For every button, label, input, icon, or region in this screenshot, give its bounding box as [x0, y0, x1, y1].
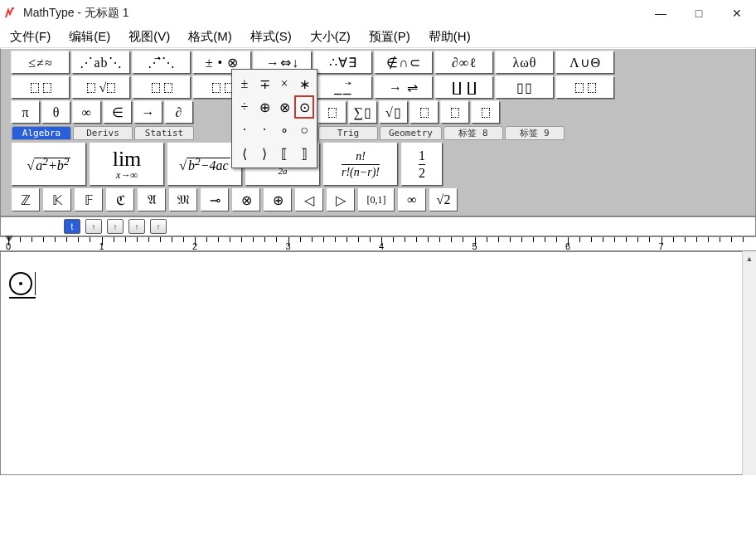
close-button[interactable]: ✕ [718, 0, 756, 27]
tab-derivs[interactable]: Derivs [73, 126, 133, 140]
symbol-box1[interactable] [318, 101, 346, 124]
maximize-button[interactable]: □ [680, 0, 718, 27]
palette-spaces[interactable]: ⋰ab⋱ [72, 51, 130, 74]
palette-label: ≤≠≈ [28, 56, 52, 70]
palette-boxes[interactable] [556, 76, 614, 99]
palette-labeled-arrows[interactable]: → ⇌ [375, 76, 433, 99]
popup-langle[interactable]: ⟨ [235, 142, 254, 165]
size-btn-5[interactable]: ↑ [150, 219, 167, 234]
sym-ff[interactable]: 𝔽 [75, 188, 103, 211]
symbol-box2[interactable] [410, 101, 439, 124]
palette-row-3: π θ ∞ ∈ → ∂ [▯] {▯} ∑▯ √▯ [3, 101, 753, 124]
popup-divide[interactable]: ÷ [235, 95, 254, 119]
symbol-sum[interactable]: ∑▯ [349, 101, 377, 124]
menu-format[interactable]: 格式(M) [180, 27, 240, 46]
sym-sqrt2[interactable]: √2 [429, 188, 458, 211]
sym-infinity[interactable]: ∞ [398, 188, 426, 211]
symbol-box4[interactable] [472, 101, 500, 124]
tab-algebra[interactable]: Algebra [12, 126, 71, 140]
menu-preset[interactable]: 预置(P) [361, 27, 419, 46]
palette-logic[interactable]: ∴∀∃ [314, 51, 372, 74]
palette-relations[interactable]: ≤≠≈ [12, 51, 70, 74]
sym-kk[interactable]: 𝕂 [43, 188, 71, 211]
ruler[interactable]: 01234567 [0, 236, 756, 251]
popup-oplus[interactable]: ⊕ [254, 95, 274, 119]
sym-oplus[interactable]: ⊕ [264, 188, 292, 211]
palette-fractions[interactable]: √ [72, 76, 130, 99]
symbol-partial[interactable]: ∂ [165, 101, 193, 124]
palette-embellishments[interactable]: ⋰⃗⋱ [133, 51, 191, 74]
symbol-theta[interactable]: θ [42, 101, 70, 124]
tab-trig[interactable]: Trig [318, 126, 378, 140]
symbol-arrow-right[interactable]: → [134, 101, 162, 124]
palette-greek-lower[interactable]: λωθ [496, 51, 554, 74]
palette-products[interactable]: ∐ ∐ [435, 76, 493, 99]
vertical-scrollbar[interactable]: ▲ [742, 251, 756, 475]
popup-times[interactable]: × [274, 72, 294, 95]
menu-view[interactable]: 视图(V) [120, 27, 178, 46]
tpl-limit[interactable]: lim x→∞ [90, 143, 164, 186]
popup-minusplus[interactable]: ∓ [254, 72, 274, 95]
popup-cdot[interactable]: · [235, 119, 254, 142]
menu-help[interactable]: 帮助(H) [420, 27, 479, 46]
tab-geometry[interactable]: Geometry [380, 126, 442, 140]
symbol-pi[interactable]: π [12, 101, 40, 124]
symbol-palette-area: ≤≠≈ ⋰ab⋱ ⋰⃗⋱ ± • ⊗ →⇔↓ ∴∀∃ ∉∩⊂ ∂∞ℓ λωθ Λ… [0, 48, 756, 216]
placeholder-icon [328, 108, 337, 118]
popup-ast[interactable]: ∗ [294, 72, 314, 95]
scroll-up-icon[interactable]: ▲ [743, 251, 757, 265]
popup-odot[interactable]: ⊙ [294, 95, 314, 119]
popup-rangle[interactable]: ⟩ [254, 142, 274, 165]
palette-set-theory[interactable]: ∉∩⊂ [375, 51, 433, 74]
size-btn-1[interactable]: t [64, 219, 80, 234]
symbol-box3[interactable] [441, 101, 469, 124]
tab-statist[interactable]: Statist [134, 126, 194, 140]
menu-file[interactable]: 文件(F) [2, 27, 59, 46]
size-btn-3[interactable]: ↑ [107, 219, 124, 234]
menu-edit[interactable]: 编辑(E) [61, 27, 119, 46]
size-btn-4[interactable]: ↑ [128, 219, 145, 234]
equation-canvas[interactable] [0, 251, 756, 475]
sym-otimes[interactable]: ⊗ [232, 188, 260, 211]
size-btn-2[interactable]: ↑ [85, 219, 102, 234]
palette-fences[interactable] [12, 76, 70, 99]
sym-lollipop[interactable]: ⊸ [201, 188, 229, 211]
minimize-button[interactable]: — [642, 0, 680, 27]
symbol-sqrt[interactable]: √▯ [380, 101, 408, 124]
sym-aa[interactable]: 𝔄 [138, 188, 166, 211]
popup-ring[interactable]: ∘ [274, 119, 294, 142]
palette-matrices[interactable]: ▯▯ [496, 76, 554, 99]
palette-label: ⋰ab⋱ [80, 55, 122, 70]
canvas-wrap: ▲ [0, 251, 756, 475]
palette-overbars[interactable]: ⎯⎯⃗ [314, 76, 372, 99]
tab-custom-9[interactable]: 标签 9 [505, 126, 565, 140]
popup-lbracket[interactable]: ⟦ [274, 142, 294, 165]
symbol-label: ∑▯ [354, 104, 372, 120]
sym-mm[interactable]: 𝔐 [169, 188, 197, 211]
sym-zz[interactable]: ℤ [12, 188, 40, 211]
popup-plusminus[interactable]: ± [235, 72, 254, 95]
tab-custom-8[interactable]: 标签 8 [443, 126, 503, 140]
menu-bar: 文件(F) 编辑(E) 视图(V) 格式(M) 样式(S) 大小(Z) 预置(P… [0, 27, 756, 48]
popup-rbracket[interactable]: ⟧ [294, 142, 314, 165]
tpl-half[interactable]: 12 [401, 143, 443, 186]
sym-lefttri[interactable]: ◁ [295, 188, 323, 211]
equation-slot[interactable] [9, 272, 36, 299]
sym-righttri[interactable]: ▷ [327, 188, 355, 211]
symbol-element[interactable]: ∈ [104, 101, 132, 124]
tpl-label: 12 [419, 149, 425, 180]
popup-bullet[interactable]: ∙ [254, 119, 274, 142]
symbol-infinity[interactable]: ∞ [73, 101, 101, 124]
tpl-combination[interactable]: n!r!(n−r)! [323, 143, 398, 186]
palette-subscripts[interactable] [133, 76, 191, 99]
palette-greek-upper[interactable]: Λ∪Θ [556, 51, 614, 74]
popup-circle[interactable]: ○ [294, 119, 314, 142]
sym-cc[interactable]: ℭ [106, 188, 134, 211]
menu-style[interactable]: 样式(S) [242, 27, 300, 46]
tpl-pythag[interactable]: √a2+b2 [12, 143, 86, 186]
placeholder-icon [31, 83, 39, 93]
popup-otimes[interactable]: ⊗ [274, 95, 294, 119]
palette-misc[interactable]: ∂∞ℓ [435, 51, 493, 74]
menu-size[interactable]: 大小(Z) [302, 27, 359, 46]
sym-interval[interactable]: [0,1] [358, 188, 395, 211]
